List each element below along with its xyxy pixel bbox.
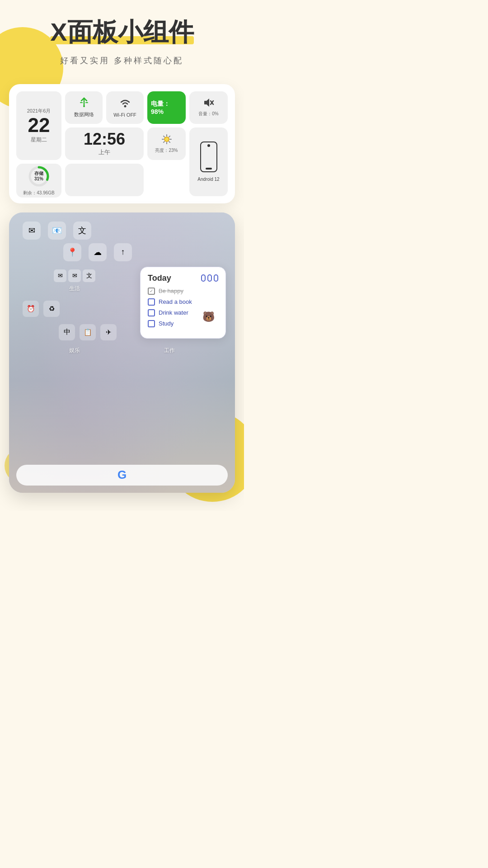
page-title: X面板小组件 — [50, 18, 193, 46]
date-widget[interactable]: 2021年6月 22 星期二 — [16, 91, 61, 160]
todo-ring-2 — [207, 274, 212, 282]
time-row3-widget[interactable] — [65, 164, 144, 196]
svg-point-12 — [164, 137, 169, 142]
svg-rect-7 — [204, 101, 206, 104]
app-icon-10[interactable]: 📋 — [80, 324, 96, 340]
app-icon-9[interactable]: 中 — [59, 324, 75, 340]
todo-ring-3 — [214, 274, 218, 282]
folder-row-2: 娱乐 工作 — [9, 344, 235, 363]
todo-text-2: Read a book — [159, 298, 192, 305]
todo-rings — [201, 274, 218, 282]
top-icons-row2: 📍 ☁ ↑ — [9, 243, 235, 265]
time-value: 12:56 — [84, 131, 125, 147]
svg-line-18 — [169, 141, 169, 142]
app-icon-2[interactable]: 📧 — [48, 222, 66, 240]
network-widget[interactable]: 数据网络 — [65, 91, 103, 124]
todo-item-2[interactable]: Read a book — [148, 298, 218, 306]
todo-item-4[interactable]: Study 🐻 — [148, 320, 218, 327]
system-widget-card: 2021年6月 22 星期二 数据网络 — [9, 84, 235, 203]
subtitle: 好看又实用 多种样式随心配 — [60, 55, 183, 66]
volume-widget[interactable]: 音量：0% — [189, 91, 228, 124]
battery-widget[interactable]: 电量：98% — [147, 91, 186, 124]
todo-text-4: Study — [159, 320, 174, 327]
todo-checkbox-4[interactable] — [148, 320, 155, 327]
sun-icon — [161, 134, 172, 146]
date-day: 22 — [28, 115, 50, 135]
todo-text-3: Drink water — [159, 309, 188, 316]
folder-work[interactable]: 工作 — [164, 347, 175, 354]
todo-checkbox-3[interactable] — [148, 309, 155, 316]
phone-mockup: ✉ 📧 文 📍 ☁ ↑ ✉ ✉ 文 生活 — [9, 212, 235, 493]
app-icon-4[interactable]: 📍 — [63, 243, 81, 261]
app-icon-1[interactable]: ✉ — [23, 222, 41, 240]
google-logo: G — [117, 468, 127, 482]
time-period: 上午 — [99, 148, 110, 156]
folder-life-label: 生活 — [69, 285, 80, 292]
app-icon-6[interactable]: ↑ — [114, 243, 132, 261]
storage-widget[interactable]: 存储31% 剩余：43.96GB — [16, 164, 61, 198]
brightness-widget[interactable]: 亮度：23% — [147, 127, 186, 160]
wifi-label: Wi-Fi OFF — [113, 112, 136, 118]
folder-entertainment[interactable]: 娱乐 — [69, 347, 80, 354]
storage-remaining: 剩余：43.96GB — [23, 190, 54, 196]
svg-line-19 — [163, 141, 164, 142]
phone-outline-icon — [200, 142, 217, 172]
date-year-month: 2021年6月 — [27, 108, 51, 114]
todo-checkbox-2[interactable] — [148, 298, 155, 306]
folder-icon-sm: ✉ — [54, 269, 66, 282]
app-icon-11[interactable]: ✈ — [100, 324, 117, 340]
spacer — [64, 301, 80, 317]
app-icon-5[interactable]: ☁ — [89, 243, 107, 261]
folder-icon-sm: ✉ — [68, 269, 81, 282]
todo-text-1: Be happy — [159, 288, 183, 294]
todo-widget: Today Be happy Read a book — [140, 267, 226, 339]
brightness-label: 亮度：23% — [155, 147, 178, 154]
network-label: 数据网络 — [74, 111, 94, 118]
todo-header: Today — [148, 274, 218, 283]
folder-work-label: 工作 — [164, 347, 175, 354]
svg-line-17 — [163, 136, 164, 137]
storage-percent: 存储31% — [34, 171, 43, 182]
todo-ring-1 — [201, 274, 206, 282]
android-label: Android 12 — [197, 177, 219, 182]
app-icon-7[interactable]: ⏰ — [23, 301, 39, 317]
todo-item-1[interactable]: Be happy — [148, 288, 218, 295]
mute-icon — [203, 98, 214, 110]
folder-entertainment-label: 娱乐 — [69, 347, 80, 354]
bear-decoration: 🐻 — [202, 311, 215, 323]
app-icon-3[interactable]: 文 — [73, 222, 91, 240]
android-widget[interactable]: Android 12 — [189, 127, 228, 196]
storage-ring: 存储31% — [27, 165, 51, 188]
folder-icon-sm: 文 — [83, 269, 95, 282]
wifi-widget[interactable]: Wi-Fi OFF — [106, 91, 144, 124]
svg-line-20 — [169, 136, 169, 137]
top-icons-row: ✉ 📧 文 — [9, 212, 235, 243]
date-weekday: 星期二 — [31, 136, 47, 144]
signal-icon — [79, 97, 89, 109]
svg-point-3 — [83, 105, 85, 107]
svg-point-6 — [124, 105, 126, 107]
battery-text: 电量：98% — [151, 100, 182, 115]
todo-checkbox-1[interactable] — [148, 288, 155, 295]
folder-life[interactable]: ✉ ✉ 文 生活 — [54, 269, 95, 292]
todo-title: Today — [148, 274, 171, 283]
wifi-icon — [119, 98, 131, 110]
google-search-bar[interactable]: G — [16, 465, 228, 486]
volume-label: 音量：0% — [198, 111, 218, 117]
time-widget[interactable]: 12:56 上午 — [65, 127, 144, 160]
app-icon-8[interactable]: ♻ — [43, 301, 60, 317]
